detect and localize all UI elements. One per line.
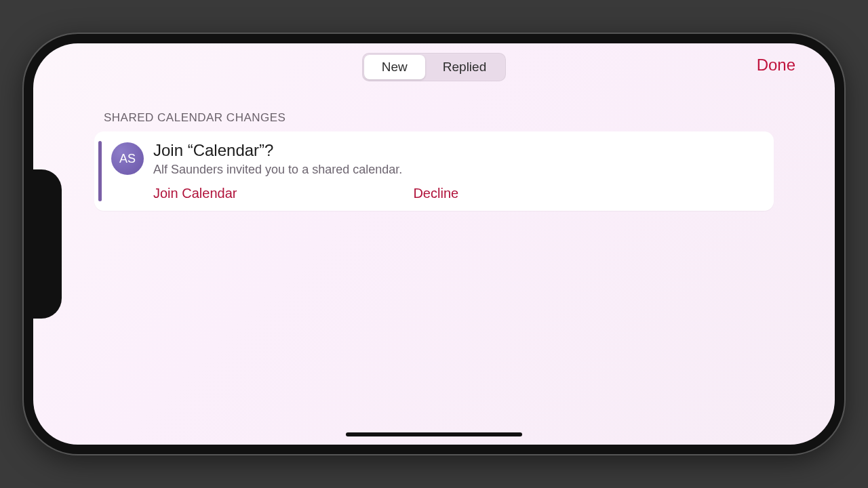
section-header: SHARED CALENDAR CHANGES xyxy=(104,111,774,125)
home-indicator[interactable] xyxy=(346,432,522,436)
phone-frame: New Replied Done SHARED CALENDAR CHANGES… xyxy=(24,34,844,454)
segmented-control: New Replied xyxy=(362,53,506,81)
content: SHARED CALENDAR CHANGES AS Join “Calenda… xyxy=(33,91,835,211)
avatar: AS xyxy=(111,142,144,175)
done-button[interactable]: Done xyxy=(757,56,795,75)
invite-body: Join “Calendar”? Alf Saunders invited yo… xyxy=(153,141,762,201)
screen: New Replied Done SHARED CALENDAR CHANGES… xyxy=(33,43,835,445)
invite-title: Join “Calendar”? xyxy=(153,141,762,161)
notch xyxy=(33,169,62,319)
tab-replied[interactable]: Replied xyxy=(425,55,504,79)
join-calendar-button[interactable]: Join Calendar xyxy=(153,186,237,201)
invite-subtitle: Alf Saunders invited you to a shared cal… xyxy=(153,162,762,178)
tab-new[interactable]: New xyxy=(364,55,425,79)
header: New Replied Done xyxy=(33,43,835,91)
invite-card: AS Join “Calendar”? Alf Saunders invited… xyxy=(94,131,774,211)
decline-button[interactable]: Decline xyxy=(413,186,458,201)
calendar-color-stripe xyxy=(98,141,102,201)
invite-actions: Join Calendar Decline xyxy=(153,186,762,201)
